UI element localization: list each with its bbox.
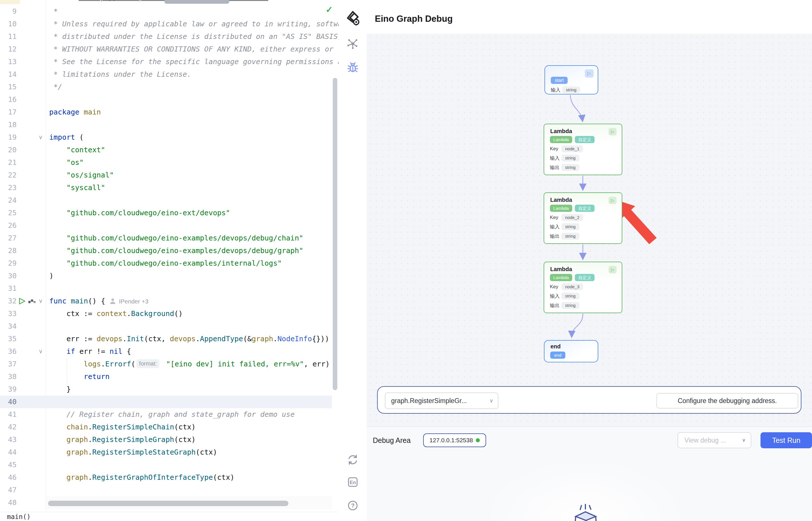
end-node-title: end	[550, 343, 561, 350]
code-line: 12 * WITHOUT WARRANTIES OR CONDITIONS OF…	[0, 43, 332, 55]
view-debug-dropdown[interactable]: View debug ... ∨	[677, 432, 751, 448]
debug-toolbar: graph.RegisterSimpleGr... ∨ Configure th…	[377, 386, 802, 414]
line-number: 19	[0, 131, 17, 144]
code-text: * WITHOUT WARRANTIES OR CONDITIONS OF AN…	[49, 43, 333, 55]
node-input-type: string	[562, 223, 579, 230]
code-text: "github.com/cloudwego/eino-ext/devops"	[49, 207, 230, 219]
play-node-icon[interactable]: ▷	[608, 197, 617, 204]
node-title: Lambda	[550, 128, 572, 135]
play-node-icon[interactable]: ▷	[608, 266, 617, 273]
node-input-type-label: 输入	[550, 155, 562, 161]
code-editor: * http://www.apache.org/licenses/LICENSE…	[0, 0, 339, 521]
graph-node-lambda-node_2[interactable]: Lambda▷Lambda自定义Keynode_2输入string输出strin…	[544, 192, 622, 244]
code-line: 14 * limitations under the License.	[0, 68, 332, 81]
graph-select-value: graph.RegisterSimpleGr...	[391, 393, 467, 408]
line-number: 21	[0, 156, 17, 169]
code-line: 20 "context"	[0, 144, 332, 156]
line-number: 41	[0, 408, 17, 421]
sync-icon[interactable]	[339, 453, 367, 467]
graph-node-lambda-node_3[interactable]: Lambda▷Lambda自定义Keynode_3输入string输出strin…	[544, 262, 622, 313]
code-text: graph.RegisterGraphOfInterfaceType(ctx)	[49, 471, 234, 484]
code-line: 38 return	[0, 370, 332, 383]
debug-bug-icon[interactable]	[339, 61, 367, 75]
line-number: 16	[0, 93, 17, 106]
fold-chevron-icon[interactable]: ∨	[37, 295, 45, 308]
play-node-icon[interactable]: ▷	[585, 69, 594, 77]
node-input-type: string	[562, 155, 579, 161]
test-run-button[interactable]: Test Run	[761, 432, 812, 448]
node-output-type-label: 输出	[550, 233, 562, 240]
horizontal-scrollbar[interactable]	[48, 501, 288, 506]
edge-node3-end	[572, 314, 583, 337]
code-line: 15 */	[0, 81, 332, 93]
eino-box-watermark-icon	[565, 472, 605, 521]
vertical-scrollbar[interactable]	[333, 78, 337, 390]
line-number: 25	[0, 207, 17, 219]
play-node-icon[interactable]: ▷	[608, 128, 617, 135]
node-key-label: Key	[550, 215, 562, 221]
configure-debug-address-button[interactable]: Configure the debugging address.	[656, 393, 798, 408]
fold-chevron-icon[interactable]: ∨	[37, 131, 45, 144]
person-icon	[110, 297, 116, 305]
help-icon[interactable]: ?	[339, 499, 367, 513]
line-number: 15	[0, 81, 17, 93]
code-text: "github.com/cloudwego/eino-examples/devo…	[49, 232, 303, 245]
line-number: 30	[0, 270, 17, 282]
line-number: 43	[0, 433, 17, 446]
code-text: func main() {IPender +3	[49, 295, 148, 308]
code-line: 16	[0, 93, 332, 106]
code-line: 11 * distributed under the License is di…	[0, 30, 332, 43]
breadcrumb[interactable]: main()	[7, 513, 31, 520]
line-number: 33	[0, 308, 17, 320]
line-number: 14	[0, 68, 17, 81]
run-main-icon[interactable]	[18, 297, 26, 306]
code-line: 41 // Register chain, graph and state_gr…	[0, 408, 332, 421]
code-text: chain.RegisterSimpleChain(ctx)	[49, 421, 196, 433]
code-text: "context"	[49, 144, 105, 156]
run-history-icon[interactable]	[28, 299, 36, 305]
code-line: 45	[0, 459, 332, 471]
graph-select-dropdown[interactable]: graph.RegisterSimpleGr... ∨	[385, 392, 498, 409]
node-output-type-label: 输出	[550, 164, 562, 171]
node-tag: 自定义	[575, 205, 595, 212]
graph-node-lambda-node_1[interactable]: Lambda▷Lambda自定义Keynode_1输入string输出strin…	[544, 124, 622, 175]
graph-nodes-icon[interactable]	[339, 38, 367, 51]
code-line: 37 logs.Errorf(format: "[eino dev] init …	[0, 358, 332, 370]
line-number: 26	[0, 219, 17, 232]
node-title: Lambda	[550, 266, 572, 273]
chevron-down-icon: ∨	[489, 393, 493, 408]
line-number: 22	[0, 169, 17, 181]
chevron-down-icon: ∨	[742, 433, 746, 448]
panel-header: Eino Graph Debug	[339, 0, 812, 34]
fold-chevron-icon[interactable]: ∨	[37, 345, 45, 358]
inspection-ok-check-icon: ✓	[326, 5, 333, 15]
code-line: 29 "github.com/cloudwego/eino-examples/i…	[0, 257, 332, 270]
line-number: 35	[0, 333, 17, 345]
code-line: 9 *	[0, 5, 332, 18]
code-line: 22 "os/signal"	[0, 169, 332, 181]
editor-top-scroll-thumb[interactable]	[165, 0, 229, 4]
line-number: 42	[0, 421, 17, 433]
code-vision-authors[interactable]: IPender +3	[119, 298, 148, 304]
line-number: 29	[0, 257, 17, 270]
graph-node-start[interactable]: ▷ start 输入 string	[545, 65, 598, 94]
graph-node-end[interactable]: end end	[544, 340, 598, 362]
node-tag: Lambda	[550, 205, 572, 212]
gutter-annotation-strip	[0, 0, 20, 4]
language-en-icon[interactable]: En	[339, 476, 367, 490]
debug-address-badge[interactable]: 127.0.0.1:52538	[423, 433, 486, 447]
code-text: import (	[49, 131, 83, 144]
node-key: node_3	[562, 284, 583, 290]
node-input-type-label: 输入	[550, 293, 562, 299]
code-line: 35 err := devops.Init(ctx, devops.Append…	[0, 333, 332, 345]
code-text: * distributed under the License is distr…	[49, 30, 342, 43]
code-line: 21 "os"	[0, 156, 332, 169]
code-text: // Register chain, graph and state_graph…	[49, 408, 295, 421]
line-number: 10	[0, 18, 17, 30]
debug-address: 127.0.0.1:52538	[429, 437, 473, 444]
node-output-type: string	[562, 302, 579, 309]
indent-guide	[67, 358, 67, 384]
node-input-type: string	[562, 293, 579, 299]
graph-canvas[interactable]: ▷ start 输入 string Lambda▷Lambda自定义Keynod…	[367, 34, 812, 427]
node-key-label: Key	[550, 284, 562, 290]
